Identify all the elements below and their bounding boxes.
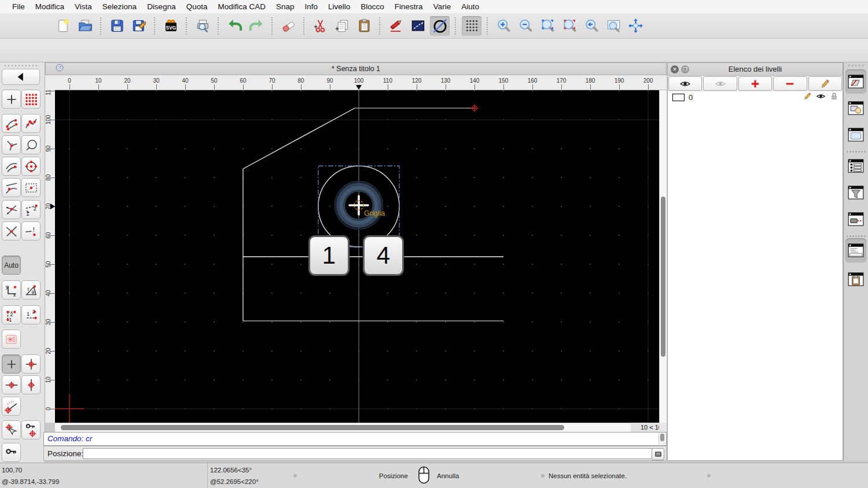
menu-snap[interactable]: Snap	[271, 2, 300, 11]
zoom-pan-button[interactable]	[626, 16, 645, 36]
dist-12a-button[interactable]: 21	[2, 305, 21, 324]
zoom-auto-button[interactable]	[538, 16, 557, 36]
plus-red-button[interactable]	[738, 76, 772, 91]
zoom-prev-button[interactable]	[582, 16, 601, 36]
paste-button[interactable]	[354, 16, 374, 36]
snap-intersect-auto-button[interactable]	[2, 200, 21, 219]
dock-laser-toggle[interactable]	[845, 207, 866, 231]
snap-free-button[interactable]	[2, 90, 21, 109]
redo-green-button[interactable]	[247, 16, 266, 36]
horizontal-scrollbar-thumb[interactable]	[61, 425, 564, 430]
open-folder-button[interactable]	[75, 16, 95, 36]
snap-tangent-button[interactable]	[2, 157, 21, 176]
palette-drag-handle[interactable]	[3, 65, 38, 66]
menu-aiuto[interactable]: Aiuto	[456, 2, 484, 11]
menu-vista[interactable]: Vista	[69, 2, 97, 11]
layer-row[interactable]: 0	[668, 91, 843, 103]
restrict-vertical-button[interactable]	[21, 375, 41, 394]
line-tool-button[interactable]	[408, 16, 428, 36]
snap-middle-button[interactable]	[21, 178, 41, 197]
zoom-out-icon	[518, 18, 534, 34]
command-scrollbar[interactable]	[659, 433, 665, 445]
dock-command-toggle[interactable]	[845, 238, 866, 263]
coord-xy-button[interactable]: yx	[2, 280, 21, 300]
menu-blocco[interactable]: Blocco	[355, 2, 389, 11]
layer-color-swatch[interactable]	[672, 94, 685, 101]
menu-finestra[interactable]: Finestra	[389, 2, 428, 11]
restrict-pink-button[interactable]	[2, 330, 21, 349]
angle-gauge-button[interactable]	[2, 397, 21, 416]
snap-center-button[interactable]	[21, 157, 41, 176]
snap-intersection-manual-button[interactable]: !	[21, 221, 41, 241]
command-history[interactable]: Comando: cr	[43, 432, 667, 446]
vertical-scrollbar-thumb[interactable]	[661, 197, 665, 357]
svg-export-button[interactable]: SVG	[161, 16, 181, 36]
lock-relative-key-button[interactable]	[21, 420, 41, 439]
zoom-window-button[interactable]	[604, 16, 623, 36]
menu-modifica-cad[interactable]: Modifica CAD	[212, 2, 271, 11]
cut-button[interactable]	[310, 16, 330, 36]
snap-intersection-button[interactable]	[2, 221, 21, 241]
hruler-label: 140	[466, 77, 483, 84]
back-arrow-button[interactable]	[2, 69, 40, 85]
key-button[interactable]	[2, 443, 21, 462]
command-scrollbar-thumb[interactable]	[660, 434, 664, 441]
pencil-tan-button[interactable]	[808, 76, 842, 91]
snap-grid-button[interactable]	[21, 90, 41, 109]
hruler-tick	[272, 84, 273, 90]
draw-pencil-button[interactable]	[386, 16, 406, 36]
menu-file[interactable]: File	[7, 2, 30, 11]
dock-blocks-toggle[interactable]	[845, 96, 866, 120]
dock-layers-toggle[interactable]	[845, 69, 866, 94]
dock-filter-toggle[interactable]	[845, 180, 866, 205]
keyboard-toggle-button[interactable]	[652, 448, 664, 460]
menu-info[interactable]: Info	[300, 2, 323, 11]
canvas-vertical-scrollbar[interactable]	[659, 90, 667, 423]
drawing-canvas[interactable]: Griglia14	[55, 90, 659, 423]
position-input[interactable]	[83, 448, 652, 459]
snap-intersect-12-button[interactable]: 12	[21, 200, 41, 219]
minus-red-button[interactable]	[773, 76, 807, 91]
snap-perpendicular-icon	[4, 138, 19, 153]
coord-polar-button[interactable]: ra	[21, 280, 41, 300]
save-button[interactable]	[107, 16, 127, 36]
menu-modifica[interactable]: Modifica	[30, 2, 69, 11]
eraser-button[interactable]	[278, 16, 298, 36]
dock-clipboard-toggle[interactable]	[845, 267, 866, 291]
snap-endpoint-button[interactable]	[2, 114, 21, 133]
new-file-button[interactable]	[53, 16, 73, 36]
restrict-orthogonal-button[interactable]	[21, 354, 41, 374]
zoom-in-button[interactable]	[494, 16, 513, 36]
copy-button[interactable]	[332, 16, 352, 36]
dock-library-toggle[interactable]	[845, 123, 866, 147]
zoom-out-button[interactable]	[516, 16, 535, 36]
menu-seleziona[interactable]: Seleziona	[97, 2, 142, 11]
eye-gray-button[interactable]	[703, 76, 737, 91]
menu-varie[interactable]: Varie	[428, 2, 457, 11]
set-relative-zero-button[interactable]	[2, 420, 21, 439]
dock-drag-handle[interactable]	[847, 65, 865, 66]
zoom-select-button[interactable]	[560, 16, 579, 36]
grid-tool-button[interactable]	[462, 16, 481, 36]
tool-options-bar: Raggio: Angolo: Punto di riferimento: Me…	[0, 39, 868, 62]
snap-circle-button[interactable]	[21, 135, 41, 154]
eye-black-button[interactable]	[668, 76, 702, 91]
dock-list-toggle[interactable]	[845, 154, 866, 178]
restrict-nothing-button[interactable]	[2, 354, 21, 374]
dist-12b-button[interactable]: 12	[21, 305, 41, 324]
drawing-window-titlebar[interactable]: * Senza titolo 1	[45, 62, 667, 75]
restrict-horizontal-button[interactable]	[2, 375, 21, 394]
circle-line-tool-button[interactable]	[430, 16, 450, 36]
button-auto[interactable]: Auto	[2, 256, 21, 275]
snap-perpendicular-button[interactable]	[2, 135, 21, 154]
print-preview-button[interactable]	[193, 16, 212, 36]
snap-tangent2-button[interactable]	[2, 178, 21, 197]
layer-panel-titlebar[interactable]: ✕ ❐ Elenco dei livelli	[668, 63, 843, 76]
undo-green-button[interactable]	[225, 16, 244, 36]
snap-on-entity-button[interactable]	[21, 114, 41, 133]
canvas-horizontal-scrollbar[interactable]	[55, 423, 631, 432]
menu-livello[interactable]: Livello	[323, 2, 355, 11]
save-as-button[interactable]	[129, 16, 149, 36]
menu-quota[interactable]: Quota	[181, 2, 213, 11]
menu-disegna[interactable]: Disegna	[142, 2, 181, 11]
